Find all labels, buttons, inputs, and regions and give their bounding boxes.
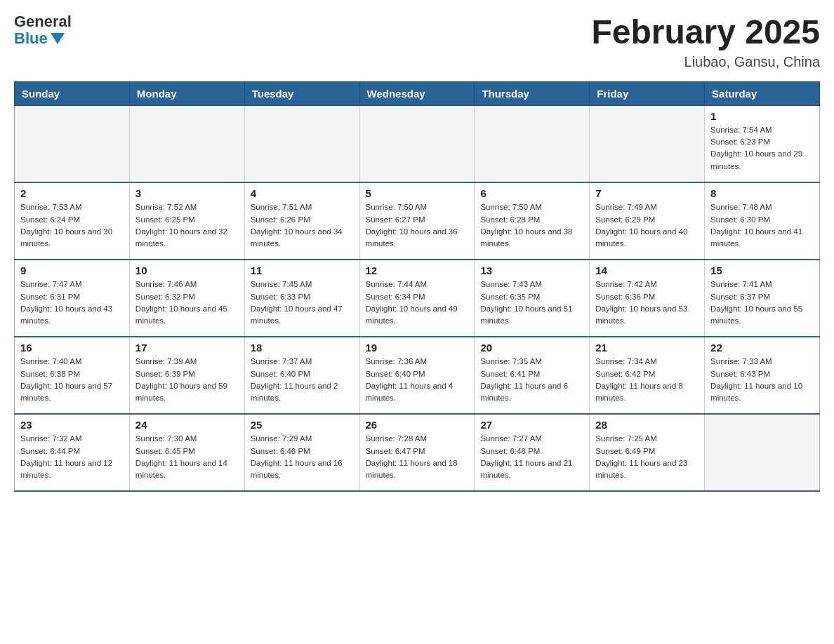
- day-cell: [244, 105, 359, 182]
- header-monday: Monday: [129, 81, 244, 105]
- calendar-table: SundayMondayTuesdayWednesdayThursdayFrid…: [14, 81, 820, 492]
- day-info: Sunrise: 7:50 AMSunset: 6:27 PMDaylight:…: [366, 201, 469, 250]
- day-number: 14: [595, 264, 699, 276]
- day-number: 27: [480, 419, 583, 431]
- day-cell: 13Sunrise: 7:43 AMSunset: 6:35 PMDayligh…: [475, 260, 590, 337]
- day-number: 10: [135, 264, 239, 276]
- day-cell: 15Sunrise: 7:41 AMSunset: 6:37 PMDayligh…: [705, 260, 820, 337]
- day-cell: [15, 105, 130, 182]
- day-cell: 12Sunrise: 7:44 AMSunset: 6:34 PMDayligh…: [359, 260, 475, 337]
- day-number: 4: [251, 187, 354, 199]
- week-row-2: 2Sunrise: 7:53 AMSunset: 6:24 PMDaylight…: [15, 182, 820, 260]
- day-number: 3: [135, 187, 239, 199]
- day-cell: 17Sunrise: 7:39 AMSunset: 6:39 PMDayligh…: [129, 337, 244, 414]
- day-info: Sunrise: 7:33 AMSunset: 6:43 PMDaylight:…: [710, 356, 814, 404]
- day-cell: 27Sunrise: 7:27 AMSunset: 6:48 PMDayligh…: [475, 414, 590, 491]
- day-info: Sunrise: 7:25 AMSunset: 6:49 PMDaylight:…: [595, 433, 699, 481]
- day-number: 26: [366, 419, 469, 431]
- day-cell: 19Sunrise: 7:36 AMSunset: 6:40 PMDayligh…: [359, 337, 475, 414]
- header-friday: Friday: [590, 81, 705, 105]
- page-header: General Blue February 2025 Liubao, Gansu…: [14, 14, 820, 70]
- day-number: 22: [710, 342, 814, 354]
- header-sunday: Sunday: [15, 81, 130, 105]
- day-cell: 1Sunrise: 7:54 AMSunset: 6:23 PMDaylight…: [705, 105, 820, 182]
- day-cell: [705, 414, 820, 491]
- logo-blue-text: Blue: [14, 29, 65, 48]
- day-cell: [129, 105, 244, 182]
- header-wednesday: Wednesday: [359, 81, 475, 105]
- day-info: Sunrise: 7:40 AMSunset: 6:38 PMDaylight:…: [20, 356, 124, 404]
- week-row-4: 16Sunrise: 7:40 AMSunset: 6:38 PMDayligh…: [15, 337, 820, 414]
- logo-triangle-icon: [51, 33, 65, 44]
- day-cell: 25Sunrise: 7:29 AMSunset: 6:46 PMDayligh…: [244, 414, 359, 491]
- day-cell: 9Sunrise: 7:47 AMSunset: 6:31 PMDaylight…: [15, 260, 130, 337]
- day-cell: 16Sunrise: 7:40 AMSunset: 6:38 PMDayligh…: [15, 337, 130, 414]
- day-info: Sunrise: 7:44 AMSunset: 6:34 PMDaylight:…: [366, 279, 469, 327]
- day-info: Sunrise: 7:41 AMSunset: 6:37 PMDaylight:…: [710, 279, 814, 327]
- day-cell: 22Sunrise: 7:33 AMSunset: 6:43 PMDayligh…: [705, 337, 820, 414]
- day-cell: [359, 105, 475, 182]
- day-cell: 4Sunrise: 7:51 AMSunset: 6:26 PMDaylight…: [244, 182, 359, 260]
- day-cell: 7Sunrise: 7:49 AMSunset: 6:29 PMDaylight…: [590, 182, 705, 260]
- day-info: Sunrise: 7:51 AMSunset: 6:26 PMDaylight:…: [251, 201, 354, 250]
- calendar-header-row: SundayMondayTuesdayWednesdayThursdayFrid…: [15, 81, 820, 105]
- day-cell: 23Sunrise: 7:32 AMSunset: 6:44 PMDayligh…: [15, 414, 130, 491]
- day-info: Sunrise: 7:43 AMSunset: 6:35 PMDaylight:…: [480, 279, 583, 327]
- day-cell: 28Sunrise: 7:25 AMSunset: 6:49 PMDayligh…: [590, 414, 705, 491]
- day-info: Sunrise: 7:37 AMSunset: 6:40 PMDaylight:…: [251, 356, 354, 404]
- header-tuesday: Tuesday: [244, 81, 359, 105]
- day-info: Sunrise: 7:49 AMSunset: 6:29 PMDaylight:…: [595, 201, 699, 250]
- day-info: Sunrise: 7:48 AMSunset: 6:30 PMDaylight:…: [710, 201, 814, 250]
- day-info: Sunrise: 7:53 AMSunset: 6:24 PMDaylight:…: [20, 201, 124, 250]
- day-info: Sunrise: 7:27 AMSunset: 6:48 PMDaylight:…: [480, 433, 583, 481]
- day-info: Sunrise: 7:35 AMSunset: 6:41 PMDaylight:…: [480, 356, 583, 404]
- day-cell: 8Sunrise: 7:48 AMSunset: 6:30 PMDaylight…: [705, 182, 820, 260]
- day-number: 28: [595, 419, 699, 431]
- day-number: 7: [595, 187, 699, 199]
- day-info: Sunrise: 7:34 AMSunset: 6:42 PMDaylight:…: [595, 356, 699, 404]
- calendar-title: February 2025: [591, 14, 820, 51]
- day-number: 18: [251, 342, 354, 354]
- day-number: 9: [20, 264, 124, 276]
- day-number: 20: [480, 342, 583, 354]
- day-number: 19: [366, 342, 469, 354]
- calendar-subtitle: Liubao, Gansu, China: [591, 54, 820, 70]
- day-cell: [590, 105, 705, 182]
- header-thursday: Thursday: [475, 81, 590, 105]
- day-number: 8: [710, 187, 814, 199]
- day-info: Sunrise: 7:54 AMSunset: 6:23 PMDaylight:…: [710, 124, 814, 173]
- day-number: 23: [20, 419, 124, 431]
- day-cell: [475, 105, 590, 182]
- day-cell: 2Sunrise: 7:53 AMSunset: 6:24 PMDaylight…: [15, 182, 130, 260]
- day-info: Sunrise: 7:32 AMSunset: 6:44 PMDaylight:…: [20, 433, 124, 481]
- day-number: 21: [595, 342, 699, 354]
- day-number: 17: [135, 342, 239, 354]
- day-cell: 24Sunrise: 7:30 AMSunset: 6:45 PMDayligh…: [129, 414, 244, 491]
- day-info: Sunrise: 7:30 AMSunset: 6:45 PMDaylight:…: [135, 433, 239, 481]
- day-cell: 10Sunrise: 7:46 AMSunset: 6:32 PMDayligh…: [129, 260, 244, 337]
- day-number: 6: [480, 187, 583, 199]
- day-number: 24: [135, 419, 239, 431]
- day-info: Sunrise: 7:50 AMSunset: 6:28 PMDaylight:…: [480, 201, 583, 250]
- day-number: 12: [366, 264, 469, 276]
- day-cell: 18Sunrise: 7:37 AMSunset: 6:40 PMDayligh…: [244, 337, 359, 414]
- day-info: Sunrise: 7:28 AMSunset: 6:47 PMDaylight:…: [366, 433, 469, 481]
- day-cell: 5Sunrise: 7:50 AMSunset: 6:27 PMDaylight…: [359, 182, 475, 260]
- day-number: 5: [366, 187, 469, 199]
- logo: General Blue: [14, 14, 72, 48]
- day-info: Sunrise: 7:47 AMSunset: 6:31 PMDaylight:…: [20, 279, 124, 327]
- day-number: 16: [20, 342, 124, 354]
- week-row-3: 9Sunrise: 7:47 AMSunset: 6:31 PMDaylight…: [15, 260, 820, 337]
- day-cell: 26Sunrise: 7:28 AMSunset: 6:47 PMDayligh…: [359, 414, 475, 491]
- title-block: February 2025 Liubao, Gansu, China: [591, 14, 820, 70]
- day-cell: 3Sunrise: 7:52 AMSunset: 6:25 PMDaylight…: [129, 182, 244, 260]
- day-info: Sunrise: 7:39 AMSunset: 6:39 PMDaylight:…: [135, 356, 239, 404]
- day-cell: 14Sunrise: 7:42 AMSunset: 6:36 PMDayligh…: [590, 260, 705, 337]
- day-number: 13: [480, 264, 583, 276]
- day-info: Sunrise: 7:29 AMSunset: 6:46 PMDaylight:…: [251, 433, 354, 481]
- logo-general-text: General: [14, 14, 72, 29]
- day-cell: 6Sunrise: 7:50 AMSunset: 6:28 PMDaylight…: [475, 182, 590, 260]
- day-number: 2: [20, 187, 124, 199]
- day-cell: 20Sunrise: 7:35 AMSunset: 6:41 PMDayligh…: [475, 337, 590, 414]
- day-info: Sunrise: 7:36 AMSunset: 6:40 PMDaylight:…: [366, 356, 469, 404]
